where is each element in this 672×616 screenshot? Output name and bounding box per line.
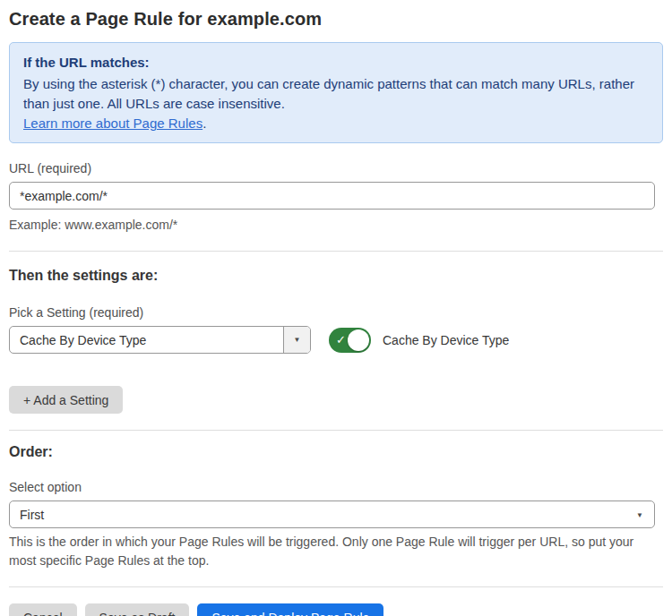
section-divider bbox=[9, 251, 663, 252]
link-period: . bbox=[202, 116, 206, 131]
url-example-helper: Example: www.example.com/* bbox=[9, 216, 663, 235]
url-field-label: URL (required) bbox=[9, 161, 663, 175]
url-input[interactable] bbox=[9, 182, 655, 210]
chevron-down-icon: ▼ bbox=[636, 510, 643, 518]
settings-section-heading: Then the settings are: bbox=[9, 268, 663, 284]
toggle-setting-label: Cache By Device Type bbox=[383, 333, 509, 347]
info-box-link-line: Learn more about Page Rules. bbox=[23, 114, 649, 133]
cancel-button[interactable]: Cancel bbox=[9, 603, 77, 616]
check-icon: ✓ bbox=[336, 334, 346, 346]
cache-by-device-toggle[interactable]: ✓ bbox=[329, 328, 371, 353]
save-as-draft-button[interactable]: Save as Draft bbox=[85, 603, 190, 616]
actions-row: Cancel Save as Draft Save and Deploy Pag… bbox=[9, 603, 663, 616]
add-setting-button[interactable]: + Add a Setting bbox=[9, 386, 123, 414]
section-divider bbox=[9, 430, 663, 431]
actions-divider bbox=[9, 586, 663, 587]
setting-select[interactable]: Cache By Device Type ▼ bbox=[9, 326, 311, 354]
url-match-info-box: If the URL matches: By using the asteris… bbox=[9, 42, 663, 143]
page-title: Create a Page Rule for example.com bbox=[9, 7, 663, 30]
order-section-heading: Order: bbox=[9, 444, 663, 460]
setting-select-value: Cache By Device Type bbox=[10, 327, 283, 353]
setting-row: Cache By Device Type ▼ ✓ Cache By Device… bbox=[9, 326, 663, 354]
pick-setting-label: Pick a Setting (required) bbox=[9, 305, 663, 320]
toggle-knob bbox=[348, 329, 369, 351]
learn-more-link[interactable]: Learn more about Page Rules bbox=[23, 116, 202, 131]
order-select[interactable]: First ▼ bbox=[9, 500, 655, 528]
info-box-body: By using the asterisk (*) character, you… bbox=[23, 74, 649, 114]
setting-select-caret-button[interactable]: ▼ bbox=[283, 327, 310, 353]
order-select-value: First bbox=[20, 508, 44, 522]
info-box-heading: If the URL matches: bbox=[23, 53, 649, 73]
order-helper-text: This is the order in which your Page Rul… bbox=[9, 533, 658, 570]
chevron-down-icon: ▼ bbox=[294, 336, 301, 344]
order-select-label: Select option bbox=[9, 480, 663, 494]
save-and-deploy-button[interactable]: Save and Deploy Page Rule bbox=[197, 603, 383, 616]
create-page-rule-form: Create a Page Rule for example.com If th… bbox=[0, 0, 672, 616]
